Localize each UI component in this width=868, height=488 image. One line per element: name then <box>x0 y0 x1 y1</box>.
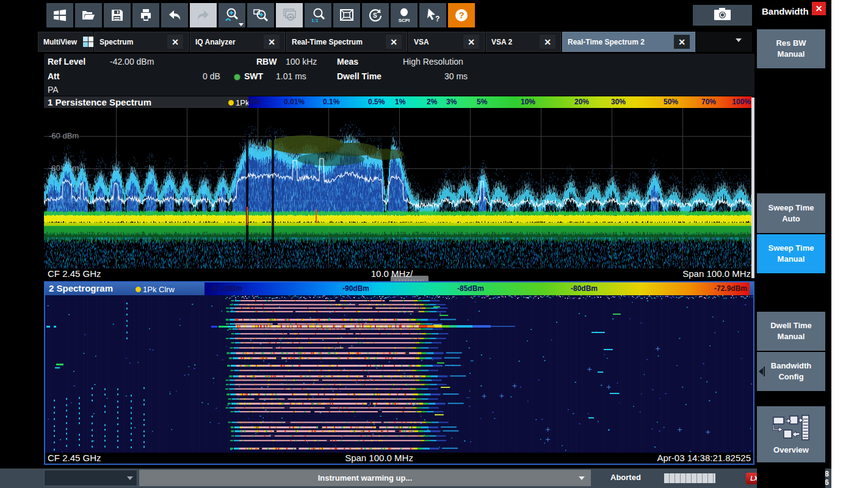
spectrogram-graph-area[interactable] <box>45 295 753 453</box>
help-icon: ? <box>452 7 471 24</box>
ref-level-label: Ref Level <box>48 57 85 66</box>
system-message-bar[interactable]: Instrument warming up... <box>139 470 591 486</box>
zoom-signal-button[interactable] <box>219 3 245 27</box>
spectrogram-title-bar[interactable]: 2 Spectrogram 1Pk Clrw -97.2dBm -90dBm -… <box>45 282 753 295</box>
tab-vsa[interactable]: VSA ✕ <box>408 32 485 52</box>
zoom-1to1-icon: 1:1 <box>309 7 327 23</box>
close-tab-icon[interactable]: ✕ <box>264 35 280 49</box>
scale-label: 2% <box>427 98 437 106</box>
redo-arrow-icon <box>195 8 211 23</box>
close-tab-icon[interactable]: ✕ <box>540 35 555 49</box>
tab-iq-analyzer[interactable]: IQ Analyzer ✕ <box>190 32 285 52</box>
analyzer-ui: 1:1 S SCPI ? ? MultiView Spectrum ✕ <box>0 0 831 488</box>
scale-label: -97.2dBm <box>209 284 242 293</box>
att-status-dot <box>234 74 240 80</box>
span-value: Span 100.0 MHz <box>682 268 751 279</box>
camera-icon <box>712 6 733 24</box>
tab-real-time-spectrum[interactable]: Real-Time Spectrum ✕ <box>286 32 407 52</box>
cf-value: CF 2.45 GHz <box>48 453 101 464</box>
status-dropdown[interactable] <box>44 470 137 486</box>
zoom-selection-icon <box>252 7 269 23</box>
scale-label: 100% <box>732 98 751 106</box>
softkey-sweep-time-manual[interactable]: Sweep TimeManual <box>757 234 825 273</box>
window-scrollbar[interactable] <box>751 98 754 278</box>
spectrogram-footer: CF 2.45 GHz Span 100.0 MHz Apr-03 14:38:… <box>45 453 753 464</box>
chevron-down-icon <box>127 476 133 480</box>
zoom-1to1-button[interactable]: 1:1 <box>305 3 331 27</box>
undo-button[interactable] <box>161 3 188 27</box>
scale-label: 0.1% <box>323 98 339 106</box>
persistence-graph-area[interactable]: -60 dBm -80 dBm -100 dBm <box>44 108 754 268</box>
close-tab-icon[interactable]: ✕ <box>674 35 690 49</box>
scale-label: -85dBm <box>457 284 484 293</box>
trace-dot-icon <box>228 100 234 106</box>
rbw-value: 100 kHz <box>286 57 317 66</box>
dropdown-caret-icon <box>239 23 244 26</box>
help-button[interactable]: ? <box>448 3 475 27</box>
scale-label: 0% <box>250 98 260 106</box>
tab-multiview[interactable]: MultiView <box>38 32 93 52</box>
softkey-sweep-time-auto[interactable]: Sweep TimeAuto <box>757 193 825 233</box>
tab-label: VSA 2 <box>491 38 512 46</box>
zoom-windows-icon <box>281 7 298 23</box>
fit-screen-icon <box>338 7 355 23</box>
softkey-overview[interactable]: Overview <box>757 406 825 462</box>
print-button[interactable] <box>132 3 159 27</box>
system-message: Instrument warming up... <box>318 473 413 483</box>
context-help-button[interactable]: ? <box>419 3 446 27</box>
close-tab-icon[interactable]: ✕ <box>167 35 183 49</box>
scale-label: 0.01% <box>284 98 305 106</box>
fit-screen-button[interactable] <box>333 3 360 27</box>
sync-sweep-button[interactable]: S <box>362 3 389 27</box>
softkey-dwell-time-manual[interactable]: Dwell TimeManual <box>757 312 825 351</box>
scale-label: -72.9dBm <box>714 284 747 293</box>
spectrogram-color-scale: -97.2dBm -90dBm -85dBm -80dBm -72.9dBm <box>204 282 750 295</box>
zoom-windows-button[interactable] <box>276 3 303 27</box>
zoom-signal-icon <box>223 7 241 23</box>
tab-vsa-2[interactable]: VSA 2 ✕ <box>486 32 561 52</box>
scale-label: 5% <box>477 98 487 106</box>
open-folder-icon <box>81 8 96 23</box>
save-button[interactable] <box>104 3 131 27</box>
tab-label: Real-Time Spectrum <box>292 38 363 46</box>
persistence-title-bar[interactable]: 1 Persistence Spectrum 1Pk Clrw 0% 0.01%… <box>44 96 754 108</box>
sync-arrows-icon: S <box>367 7 384 23</box>
close-tab-icon[interactable]: ✕ <box>463 35 479 49</box>
svg-text:SCPI: SCPI <box>399 18 410 23</box>
persistence-color-scale: 0% 0.01% 0.1% 0.5% 1% 2% 3% 5% 10% 20% 3… <box>248 96 752 108</box>
trace-legend: 1Pk Clrw <box>136 285 175 294</box>
tab-label: IQ Analyzer <box>195 38 236 46</box>
tab-spectrum[interactable]: Spectrum ✕ <box>94 32 189 52</box>
att-label: Att <box>48 71 59 81</box>
tab-real-time-spectrum-2[interactable]: Real-Time Spectrum 2 ✕ <box>562 32 695 52</box>
softkey-res-bw-manual[interactable]: Res BWManual <box>757 29 825 68</box>
swt-value: 1.01 ms <box>276 71 306 81</box>
open-file-button[interactable] <box>75 3 102 27</box>
trace-label: 1Pk Clrw <box>143 285 175 294</box>
undo-arrow-icon <box>167 8 183 23</box>
channel-settings-bar[interactable]: Ref Level -42.00 dBm RBW 100 kHz Meas Hi… <box>44 54 754 96</box>
channel-tabbar: MultiView Spectrum ✕ IQ Analyzer ✕ Real-… <box>38 32 752 52</box>
tab-overflow-caret[interactable] <box>736 38 742 42</box>
zoom-selection-button[interactable] <box>247 3 274 27</box>
softkey-menu-title: Bandwidth <box>762 6 809 16</box>
windows-start-button[interactable] <box>46 3 73 27</box>
persistence-canvas <box>44 108 754 268</box>
status-bar: Instrument warming up... Aborted LXI 03.… <box>0 468 831 488</box>
softkey-bandwidth-config[interactable]: BandwidthConfig <box>757 352 825 391</box>
cf-value: CF 2.45 GHz <box>48 268 101 279</box>
svg-text:1:1: 1:1 <box>311 18 319 23</box>
scpi-recorder-button[interactable]: SCPI <box>391 3 418 27</box>
close-tab-icon[interactable]: ✕ <box>386 35 402 49</box>
redo-button[interactable] <box>190 3 217 27</box>
svg-text:?: ? <box>435 15 439 23</box>
close-menu-button[interactable]: ✕ <box>812 2 826 15</box>
scale-label: -90dBm <box>342 284 369 293</box>
scale-label: 3% <box>446 98 457 106</box>
screenshot-button[interactable] <box>693 5 752 26</box>
spectrogram-canvas <box>45 295 753 453</box>
tab-label: MultiView <box>43 38 77 46</box>
timestamp-value: Apr-03 14:38:21.82525 <box>657 453 751 464</box>
spectrogram-window[interactable]: 2 Spectrogram 1Pk Clrw -97.2dBm -90dBm -… <box>44 281 754 465</box>
pa-indicator: PA <box>48 85 59 95</box>
